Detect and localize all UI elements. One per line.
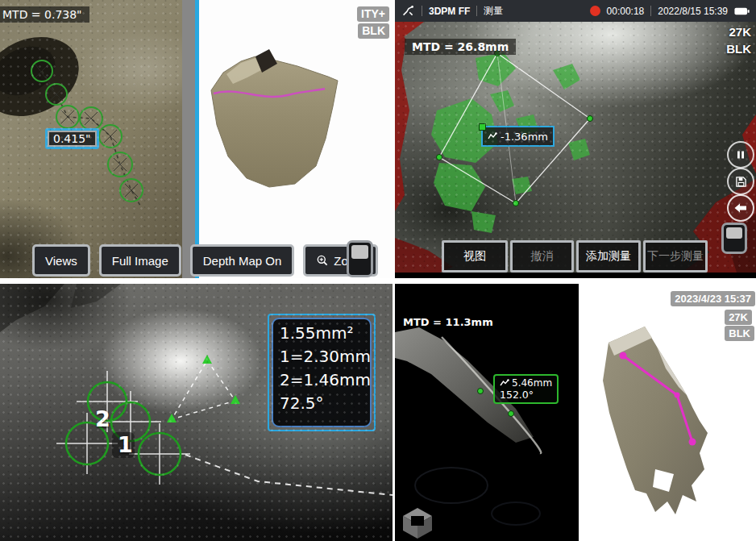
point-cloud-fragment xyxy=(199,0,395,278)
area-result: 1.55mm² xyxy=(280,322,363,345)
depth-measure-icon xyxy=(488,131,497,141)
record-time: 00:00:18 xyxy=(607,6,645,17)
add-measurement-button[interactable]: 添加测量 xyxy=(576,240,641,273)
toggle-knob xyxy=(726,227,742,239)
views-button[interactable]: Views xyxy=(32,244,90,277)
views-button-cn[interactable]: 视图 xyxy=(442,240,508,273)
resolution-badge: 27K BLK xyxy=(726,23,751,57)
brand-watermark-icon xyxy=(403,508,432,539)
angle-result: 72.5° xyxy=(280,392,363,415)
undo-button[interactable]: 撤消 xyxy=(510,240,574,273)
page-toggle-switch[interactable] xyxy=(347,240,373,277)
timestamp-badge: 2023/4/23 15:37 xyxy=(671,291,755,306)
reference-dashed-line xyxy=(185,455,393,495)
point-cloud-panel[interactable]: ITY+ BLK xyxy=(199,0,395,278)
length1-result: 1=2.30mm xyxy=(280,345,363,368)
record-indicator-icon xyxy=(590,6,600,16)
edge-measurement-panel: MTD = 11.3mm 5.46mm 152.0° xyxy=(395,284,579,541)
anchor-point[interactable] xyxy=(479,123,486,131)
length-result-label[interactable]: 0.415" xyxy=(45,128,99,149)
result-box-inner: 1.55mm² 1=2.30mm 2=1.46mm 72.5° xyxy=(272,318,372,427)
3dpm-measure-screen: 3DPM FF 测量 00:00:18 2022/8/15 15:39 xyxy=(395,0,756,278)
battery-icon xyxy=(734,6,750,16)
color-mode-badge: BLK xyxy=(725,326,754,341)
triangle-markers[interactable] xyxy=(167,355,240,422)
back-arrow-icon xyxy=(734,203,747,213)
pause-button[interactable] xyxy=(727,141,754,169)
next-measurement-button[interactable]: 下一步测量 xyxy=(643,240,708,273)
overlay-badges: ITY+ BLK xyxy=(357,6,389,39)
mtd-label: MTD = 26.8mm xyxy=(405,39,516,55)
magnifier-icon xyxy=(316,254,329,267)
inspection-image: MTD = 26.8mm 27K BLK -1.36mm xyxy=(395,22,756,273)
polyline-measure-icon xyxy=(500,379,509,387)
save-floppy-icon xyxy=(735,176,747,188)
full-image-button[interactable]: Full Image xyxy=(99,244,181,277)
mode-label: 3DPM FF xyxy=(429,6,470,17)
setting-badge: ITY+ xyxy=(357,6,389,22)
area-measurement-overlay[interactable] xyxy=(395,22,756,273)
length-value: 5.46mm xyxy=(512,377,552,389)
length-angle-label[interactable]: 5.46mm 152.0° xyxy=(493,374,559,404)
point-2-label: 2 xyxy=(95,406,110,431)
length2-result: 2=1.46mm xyxy=(280,368,363,392)
page-toggle-switch[interactable] xyxy=(721,223,747,254)
mtd-label: MTD = 11.3mm xyxy=(403,316,493,328)
point-1-label: 1 xyxy=(118,432,133,457)
back-button[interactable] xyxy=(727,194,754,222)
color-mode-badge: BLK xyxy=(358,23,389,39)
live-image-panel: MTD = 0.738" 0.415" xyxy=(0,0,182,278)
cursor-circles[interactable] xyxy=(66,382,181,475)
angle-value: 152.0° xyxy=(500,389,552,401)
point-cloud-panel-2[interactable]: 2023/4/23 15:37 27K BLK xyxy=(579,284,756,541)
mtd-label: MTD = 0.738" xyxy=(0,6,89,23)
depth-map-button[interactable]: Depth Map On xyxy=(190,244,295,277)
depth-result-label[interactable]: -1.36mm xyxy=(481,126,555,147)
toolbar: Views Full Image Depth Map On Zoom xyxy=(32,244,378,277)
weld-measurement-panel: 2 1 1.55mm² 1=2.30mm 2=1.46mm 72.5° xyxy=(0,284,393,541)
pause-icon xyxy=(736,150,746,160)
resolution-badge: 27K xyxy=(725,310,752,325)
probe-logo-icon xyxy=(401,4,415,18)
split-view-spacer xyxy=(182,0,195,278)
result-box[interactable]: 1.55mm² 1=2.30mm 2=1.46mm 72.5° xyxy=(268,314,376,431)
measurement-screens-grid: MTD = 0.738" 0.415" ITY+ BLK Views Full … xyxy=(0,0,756,541)
area-dashed-triangle xyxy=(172,360,235,419)
toggle-knob xyxy=(351,245,368,259)
cursor-crosshairs xyxy=(56,371,190,485)
status-bar: 3DPM FF 测量 00:00:18 2022/8/15 15:39 xyxy=(395,0,756,22)
datetime-label: 2022/8/15 15:39 xyxy=(658,6,728,17)
menu-label[interactable]: 测量 xyxy=(484,4,503,18)
save-button[interactable] xyxy=(727,168,754,195)
